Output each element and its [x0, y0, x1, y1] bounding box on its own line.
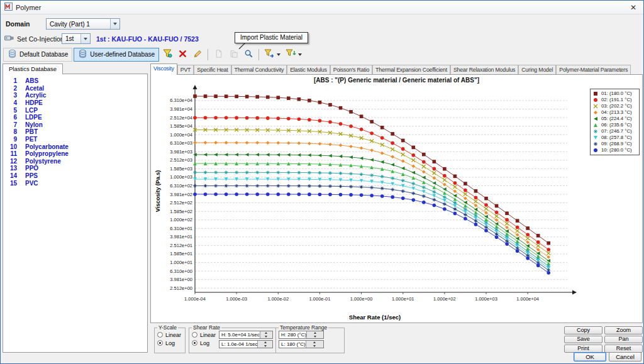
y-scale-linear-radio[interactable]: Linear [157, 331, 182, 339]
export-material-button[interactable] [284, 48, 304, 62]
chevron-down-icon [298, 53, 302, 56]
tree-item-pet[interactable]: 9PET [3, 136, 147, 143]
tab-thermal-conductivity[interactable]: Thermal Conductivity [231, 65, 287, 75]
reset-button[interactable]: Reset [604, 345, 643, 353]
tab-shear-relaxation-modulus[interactable]: Shear Relaxation Modulus [450, 65, 518, 75]
legend-item: 02: (191.1 °C) [592, 97, 638, 103]
spin-down-icon[interactable] [258, 345, 272, 348]
svg-text:6.310e+04: 6.310e+04 [170, 97, 192, 103]
tree-item-polypropylene[interactable]: 11Polypropylene [3, 150, 147, 158]
svg-text:1.000e+01: 1.000e+01 [392, 296, 414, 302]
spin-down-icon[interactable] [306, 345, 323, 348]
dialog-buttons: OK Cancel [574, 352, 641, 361]
temperature-low-value: L: 180 (°C) [281, 341, 306, 347]
chart-title: [ABS : "(P) Generic material / Generic m… [151, 77, 642, 84]
tree-item-abs[interactable]: 1ABS [3, 77, 147, 85]
tree-item-pbt[interactable]: 8PBT [3, 128, 147, 136]
co-injection-label: Set Co-Injection [17, 35, 64, 43]
domain-label: Domain [6, 20, 30, 28]
tree-item-lcp[interactable]: 5LCP [3, 106, 147, 114]
temperature-high-input[interactable]: H: 280 (°C) [279, 331, 324, 339]
co-injection-select[interactable]: 1st [62, 33, 91, 44]
shear-rate-high-input[interactable]: H: 5.0e+04 1/sec [219, 331, 273, 339]
spin-down-icon[interactable] [260, 335, 272, 339]
spinner-control[interactable] [306, 331, 323, 338]
import-tooltip: Import Plastic Material [235, 32, 308, 43]
tree-item-acetal[interactable]: 2Acetal [3, 85, 147, 92]
shear-rate-low-input[interactable]: L: 1.0e-04 1/sec [219, 340, 273, 348]
temperature-low-input[interactable]: L: 180 (°C) [279, 340, 324, 348]
spinner-control[interactable] [257, 341, 272, 348]
tab-specific-heat[interactable]: Specific Heat [194, 65, 231, 75]
legend-item: 06: (235.6 °C) [592, 122, 638, 128]
document-icon [229, 49, 238, 60]
plastics-database-tab[interactable]: Plastics Database [3, 63, 63, 74]
database-icon [8, 49, 17, 60]
tree-item-polycarbonate[interactable]: 10Polycarbonate [3, 143, 147, 150]
toolbar-separator [208, 49, 208, 60]
svg-text:2.512e+02: 2.512e+02 [170, 200, 192, 206]
y-scale-log-radio[interactable]: Log [157, 339, 182, 347]
shear-rate-log-radio[interactable]: Log [192, 339, 216, 347]
domain-select[interactable]: Cavity (Part) 1 [46, 18, 120, 30]
copy-material-button[interactable] [211, 48, 225, 62]
legend-item: 03: (202.2 °C) [592, 103, 638, 109]
svg-text:1.000e-03: 1.000e-03 [226, 296, 247, 302]
default-database-label: Default Database [19, 51, 68, 58]
tooltip-pointer [238, 43, 247, 50]
cancel-button[interactable]: Cancel [609, 352, 641, 361]
tab-curing-model[interactable]: Curing Model [518, 65, 556, 75]
co-injection-icon [4, 33, 14, 46]
tree-item-ldpe[interactable]: 6LDPE [3, 114, 147, 121]
spinner-control[interactable] [260, 331, 272, 338]
tree-item-hdpe[interactable]: 4HDPE [3, 99, 147, 107]
edit-material-button[interactable] [191, 48, 204, 62]
delete-material-button[interactable] [175, 48, 189, 62]
delete-x-icon [178, 49, 187, 60]
tab-elastic-modulus[interactable]: Elastic Modulus [287, 65, 330, 75]
spin-down-icon[interactable] [307, 335, 323, 339]
print-button[interactable]: Print [564, 345, 602, 353]
tab-polymer-material-parameters[interactable]: Polymer-Material Parameters [556, 65, 631, 75]
svg-text:3.981e+02: 3.981e+02 [170, 192, 192, 197]
add-material-button[interactable] [160, 48, 174, 62]
svg-text:3.981e+00: 3.981e+00 [170, 277, 192, 282]
tab-viscosity[interactable]: Viscosity [150, 63, 177, 75]
tab-thermal-expansion-coefficient[interactable]: Thermal Expansion Coefficient [372, 65, 450, 75]
ok-button[interactable]: OK [574, 352, 606, 361]
import-material-button[interactable] [262, 48, 282, 62]
pan-button[interactable]: Pan [604, 336, 643, 344]
tree-item-ppo[interactable]: 13PPO [3, 165, 147, 172]
spinner-control[interactable] [306, 341, 323, 348]
tree-item-polystyrene[interactable]: 12Polystyrene [3, 158, 147, 165]
default-database-button[interactable]: Default Database [3, 48, 72, 62]
shear-rate-group-title: Shear Rate [192, 324, 221, 331]
close-button[interactable]: ✕ [623, 1, 643, 14]
shear-rate-low-value: L: 1.0e-04 1/sec [221, 341, 257, 347]
tree-item-acrylic[interactable]: 3Acrylic [3, 92, 147, 99]
tab-poisson-s-ratio[interactable]: Poisson's Ratio [330, 65, 372, 75]
tree-item-pps[interactable]: 14PPS [3, 172, 147, 180]
svg-text:1.000e+01: 1.000e+01 [170, 260, 192, 265]
legend-item: 07: (246.7 °C) [592, 128, 638, 135]
svg-text:3.981e+01: 3.981e+01 [170, 234, 192, 240]
plastics-tree: 1ABS2Acetal3Acrylic4HDPE5LCP6LDPE7Nylon8… [3, 77, 147, 187]
tab-pvt[interactable]: PVT [177, 65, 194, 75]
tree-item-pvc[interactable]: 15PVC [3, 179, 147, 187]
user-defined-database-button[interactable]: User-defined Database [74, 48, 159, 62]
y-scale-log-label: Log [165, 340, 175, 346]
copy-button[interactable]: Copy [564, 326, 602, 334]
export-funnel-icon [286, 48, 296, 60]
svg-text:1.000e+02: 1.000e+02 [433, 296, 456, 302]
tree-item-nylon[interactable]: 7Nylon [3, 121, 147, 129]
zoom-button[interactable]: Zoom [604, 326, 643, 334]
svg-text:1.000e+04: 1.000e+04 [516, 296, 539, 302]
plastics-database-panel: 1ABS2Acetal3Acrylic4HDPE5LCP6LDPE7Nylon8… [3, 74, 148, 353]
svg-text:2.512e+04: 2.512e+04 [170, 115, 192, 121]
temperature-range-group: Temperature Range H: 280 (°C) L: 180 (°C… [275, 324, 345, 353]
document-icon [214, 49, 223, 60]
chart-legend: 01: (180.0 °C)02: (191.1 °C)03: (202.2 °… [590, 89, 640, 155]
shear-rate-linear-radio[interactable]: Linear [192, 331, 216, 339]
co-injection-info: 1st : KAU-FUO - KAU-FUO / 7523 [96, 35, 199, 43]
save-button[interactable]: Save [564, 336, 602, 344]
